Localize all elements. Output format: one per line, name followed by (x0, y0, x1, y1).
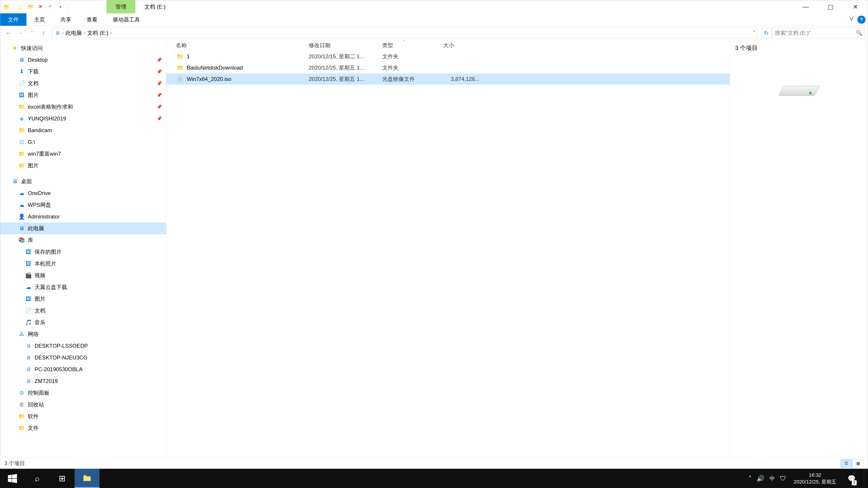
delete-icon[interactable]: ✕ (36, 2, 45, 11)
file-list[interactable]: ˄ 名称 修改日期 类型 大小 📁 1 2020/12/15, 星期二 1...… (166, 40, 730, 458)
body: ★ 快速访问 🖥Desktop📌 ⬇下载📌 📄文档📌 🖼图片📌 📁excel表格… (0, 40, 868, 458)
refresh-button[interactable]: ↻ (761, 28, 772, 38)
ime-indicator[interactable]: 中 (770, 475, 775, 482)
tree-item-downloads[interactable]: ⬇下载📌 (0, 66, 166, 77)
tree-item-this-pc[interactable]: 🖥此电脑 (0, 223, 166, 234)
ribbon-tab-share[interactable]: 共享 (53, 13, 79, 26)
new-folder-icon[interactable]: 📁 (26, 2, 35, 11)
close-button[interactable]: ✕ (843, 0, 868, 13)
tree-label: 快速访问 (21, 44, 43, 52)
tree-label: DESKTOP-LSSOEDP (35, 343, 88, 349)
tree-label: 保存的图片 (35, 248, 62, 256)
titlebar: 📁 ▢ 📁 ✕ ↶ ▾ 管理 文档 (E:) — ▢ ✕ (0, 0, 868, 13)
tree-item-recycle-bin[interactable]: 🗑回收站 (0, 399, 166, 411)
tree-item-gdrive[interactable]: ⊡G:\ (0, 136, 166, 148)
tree-desktop-root[interactable]: 🖥桌面 (0, 175, 166, 187)
ribbon-tab-view[interactable]: 查看 (79, 13, 105, 26)
tree-item-network[interactable]: 🖧网络 (0, 328, 166, 340)
pin-icon: 📌 (156, 57, 162, 63)
tree-item-wps[interactable]: ☁WPS网盘 (0, 199, 166, 211)
forward-button[interactable]: → (15, 28, 26, 38)
action-center-button[interactable]: 💬 3 (844, 469, 859, 488)
tree-item-lib-pictures[interactable]: 🖼图片 (0, 293, 166, 305)
tree-item-net-pc-1[interactable]: 🖥DESKTOP-LSSOEDP (0, 340, 166, 352)
tree-item-admin[interactable]: 👤Administrator (0, 211, 166, 223)
undo-icon[interactable]: ↶ (46, 2, 55, 11)
navbar: ← → ˅ ↑ 🖥 › 此电脑 › 文档 (E:) › ˅ ↻ 搜索"文档 (E… (0, 26, 868, 40)
nav-tree[interactable]: ★ 快速访问 🖥Desktop📌 ⬇下载📌 📄文档📌 🖼图片📌 📁excel表格… (0, 40, 166, 458)
ribbon-tab-home[interactable]: 主页 (26, 13, 53, 26)
tray-chevron-icon[interactable]: ˄ (748, 475, 752, 482)
tree-item-camera-roll[interactable]: 🖼本机照片 (0, 258, 166, 269)
tree-item-videos[interactable]: 🎬视频 (0, 269, 166, 281)
search-icon[interactable]: 🔍 (856, 30, 863, 36)
task-view-button[interactable]: ⊞ (50, 469, 74, 488)
col-name[interactable]: 名称 (176, 42, 309, 49)
file-row[interactable]: 💿 Win7x64_2020.iso 2020/12/25, 星期五 1... … (166, 73, 730, 85)
tree-item-pictures[interactable]: 🖼图片📌 (0, 89, 166, 101)
tree-item-pictures-2[interactable]: 📁图片 (0, 160, 166, 171)
security-icon[interactable]: 🛡 (780, 475, 786, 482)
tree-label: 网络 (28, 330, 39, 338)
window-title: 文档 (E:) (145, 3, 165, 10)
qat-dropdown-icon[interactable]: ▾ (56, 2, 65, 11)
tree-item-lib-documents[interactable]: 📄文档 (0, 305, 166, 317)
back-button[interactable]: ← (3, 28, 14, 38)
icons-view-button[interactable]: ▦ (852, 459, 864, 467)
tree-item-onedrive[interactable]: ☁OneDrive (0, 187, 166, 199)
folder-icon (83, 475, 92, 482)
ribbon-expand-icon[interactable]: ⋁ (850, 15, 853, 24)
taskbar-explorer[interactable] (74, 469, 99, 488)
quick-access-toolbar: 📁 ▢ 📁 ✕ ↶ ▾ (0, 2, 69, 11)
folder-icon: 📁 (176, 65, 184, 71)
tree-label: 文档 (35, 307, 45, 314)
up-button[interactable]: ↑ (38, 28, 49, 38)
file-row[interactable]: 📁 1 2020/12/15, 星期二 1... 文件夹 (166, 51, 730, 62)
address-dropdown-icon[interactable]: ˅ (753, 30, 755, 36)
ribbon-tab-file[interactable]: 文件 (0, 13, 26, 26)
tree-item-files[interactable]: 📁文件 (0, 422, 166, 434)
col-date[interactable]: 修改日期 (309, 42, 382, 49)
documents-icon: 📄 (25, 307, 32, 314)
pin-icon: 📌 (156, 116, 162, 121)
tree-item-net-pc-2[interactable]: 🖥DESKTOP-NJEU3CG (0, 352, 166, 363)
maximize-button[interactable]: ▢ (818, 0, 843, 13)
crumb-drive[interactable]: 文档 (E:) (87, 29, 108, 37)
tree-item-documents[interactable]: 📄文档📌 (0, 77, 166, 89)
properties-icon[interactable]: ▢ (16, 2, 25, 11)
file-row[interactable]: 📁 BaiduNetdiskDownload 2020/12/25, 星期五 1… (166, 62, 730, 73)
clock[interactable]: 16:32 2020/12/25, 星期五 (791, 472, 839, 485)
file-type: 文件夹 (382, 53, 443, 60)
recent-dropdown-icon[interactable]: ˅ (26, 28, 37, 38)
tree-item-excel[interactable]: 📁excel表格制作求和📌 (0, 101, 166, 113)
tree-item-lib-music[interactable]: 🎵音乐 (0, 317, 166, 328)
tree-item-desktop[interactable]: 🖥Desktop📌 (0, 54, 166, 66)
tree-item-yunqishi[interactable]: ◈YUNQISHI2019📌 (0, 113, 166, 125)
search-button[interactable]: ⌕ (25, 469, 50, 488)
tree-item-net-pc-4[interactable]: 🖥ZMT2019 (0, 375, 166, 387)
tree-item-libraries[interactable]: 📚库 (0, 234, 166, 246)
tree-item-software[interactable]: 📁软件 (0, 411, 166, 422)
col-size[interactable]: 大小 (443, 42, 479, 49)
show-desktop-button[interactable] (864, 469, 867, 488)
crumb-this-pc[interactable]: 此电脑 (66, 29, 82, 37)
tree-item-net-pc-3[interactable]: 🖥PC-20190530OBLA (0, 363, 166, 375)
tree-item-saved-pictures[interactable]: 🖼保存的图片 (0, 246, 166, 258)
folder-icon: 📁 (18, 127, 25, 133)
tree-item-control-panel[interactable]: ⚙控制面板 (0, 387, 166, 399)
address-bar[interactable]: 🖥 › 此电脑 › 文档 (E:) › ˅ (52, 28, 758, 38)
details-view-button[interactable]: ☰ (841, 459, 852, 467)
minimize-button[interactable]: — (793, 0, 818, 13)
col-type[interactable]: 类型 (382, 42, 443, 49)
help-icon[interactable]: ? (857, 15, 866, 24)
tree-item-ecloud[interactable]: ☁天翼云盘下载 (0, 281, 166, 293)
start-button[interactable] (0, 469, 25, 488)
tree-item-bandicam[interactable]: 📁Bandicam (0, 125, 166, 136)
tree-quick-access[interactable]: ★ 快速访问 (0, 42, 166, 54)
volume-icon[interactable]: 🔊 (756, 475, 765, 482)
tree-label: WPS网盘 (28, 201, 51, 208)
search-box[interactable]: 搜索"文档 (E:)" 🔍 (772, 28, 865, 38)
tree-item-win7reinstall[interactable]: 📁win7重装win7 (0, 148, 166, 160)
tree-label: ZMT2019 (35, 378, 58, 384)
ribbon-tab-drive-tools[interactable]: 驱动器工具 (105, 13, 148, 26)
